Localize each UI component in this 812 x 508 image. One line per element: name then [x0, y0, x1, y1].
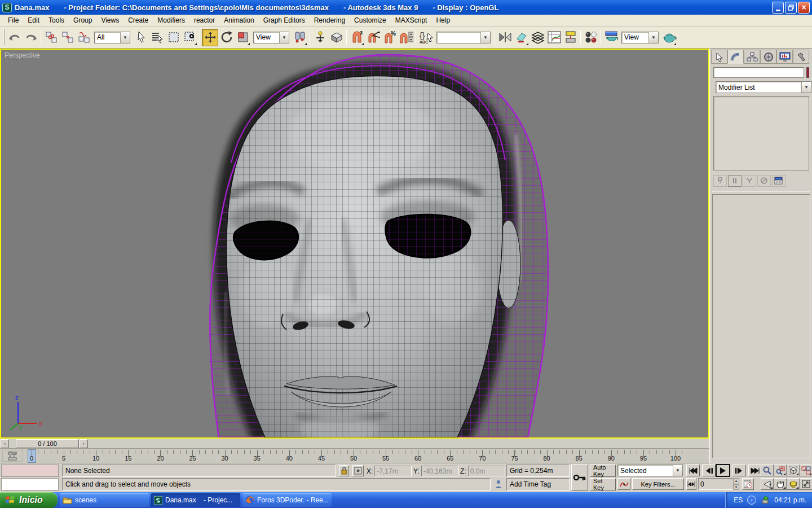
angle-snap-button[interactable]	[365, 29, 381, 46]
close-button[interactable]: ×	[798, 2, 810, 14]
spinner-snap-button[interactable]	[398, 29, 414, 46]
schematic-view-button[interactable]	[562, 29, 579, 46]
default-in-out-tangents-button[interactable]	[617, 478, 630, 490]
zoom-button[interactable]	[761, 465, 774, 476]
time-configuration-button[interactable]	[742, 478, 754, 490]
taskbar-item-scenes[interactable]: scenes	[60, 493, 149, 507]
configure-modifier-sets-button[interactable]	[772, 175, 785, 187]
menu-reactor[interactable]: reactor	[189, 15, 219, 25]
z-coordinate-field[interactable]	[468, 466, 505, 476]
key-selection-dropdown[interactable]: Selected▼	[617, 465, 683, 476]
selection-filter-dropdown[interactable]: All▼	[94, 32, 130, 43]
taskbar-item-3dsmax[interactable]: Dana.max - Projec...	[151, 493, 240, 507]
maxscript-mini-listener[interactable]	[1, 478, 59, 491]
key-filters-button[interactable]: Key Filters...	[632, 478, 684, 490]
tab-utilities[interactable]	[793, 50, 809, 64]
time-slider-handle[interactable]: 0 / 100	[16, 439, 79, 448]
render-scene-dialog-button[interactable]	[603, 29, 619, 46]
snap-toggle-3d-button[interactable]: 3	[348, 29, 365, 46]
frame-spinner[interactable]: ▲▼	[733, 478, 739, 490]
select-by-name-button[interactable]	[149, 29, 165, 46]
set-key-button[interactable]: Set Key	[590, 478, 616, 491]
time-slider-next-button[interactable]: ›	[80, 439, 88, 448]
maxscript-mini-listener-macro[interactable]	[1, 465, 59, 477]
menu-animation[interactable]: Animation	[219, 15, 258, 25]
add-time-tag-button[interactable]: Add Time Tag	[506, 478, 570, 491]
y-coordinate-field[interactable]	[421, 466, 458, 476]
render-preset-dropdown[interactable]: View▼	[621, 32, 659, 43]
clock[interactable]: 04:21 p.m.	[774, 496, 806, 504]
select-object-button[interactable]	[133, 29, 149, 46]
mirror-button[interactable]	[497, 29, 513, 46]
command-panel-rollout-area[interactable]	[712, 194, 810, 458]
menu-rendering[interactable]: Rendering	[310, 15, 350, 25]
field-of-view-button[interactable]	[761, 478, 774, 490]
zoom-all-button[interactable]	[774, 465, 787, 476]
perspective-viewport[interactable]: z x y Perspective	[0, 49, 709, 439]
toolbar-grip[interactable]	[3, 29, 5, 45]
spinner-up-icon[interactable]: ▲	[733, 478, 739, 484]
unlink-selection-button[interactable]	[59, 29, 76, 46]
show-end-result-button[interactable]	[728, 175, 742, 187]
select-and-rotate-button[interactable]	[218, 29, 235, 46]
rectangular-selection-region-button[interactable]	[165, 29, 182, 46]
go-to-start-button[interactable]	[686, 465, 700, 476]
menu-help[interactable]: Help	[431, 15, 454, 25]
spinner-down-icon[interactable]: ▼	[733, 484, 739, 491]
redo-button[interactable]	[23, 29, 39, 46]
menu-views[interactable]: Views	[96, 15, 123, 25]
select-and-move-button[interactable]	[202, 29, 218, 46]
undo-button[interactable]	[6, 29, 23, 46]
chevron-down-icon[interactable]: ▼	[120, 32, 130, 43]
menu-file[interactable]: File	[3, 15, 23, 25]
object-color-swatch[interactable]	[806, 67, 809, 78]
use-pivot-point-center-button[interactable]	[292, 29, 308, 46]
select-and-scale-button[interactable]	[235, 29, 251, 46]
absolute-offset-mode-toggle[interactable]	[352, 465, 364, 476]
play-animation-button[interactable]	[716, 464, 730, 477]
modifier-list-dropdown[interactable]: Modifier List▼	[716, 81, 811, 93]
open-mini-curve-editor-button[interactable]	[2, 450, 23, 462]
arc-rotate-button[interactable]	[787, 478, 800, 490]
menu-create[interactable]: Create	[123, 15, 153, 25]
edit-named-selection-sets-button[interactable]: {}ABC	[418, 29, 434, 46]
menu-modifiers[interactable]: Modifiers	[153, 15, 189, 25]
modifier-stack-list[interactable]	[713, 96, 809, 170]
align-button[interactable]	[513, 29, 529, 46]
minimize-button[interactable]	[772, 2, 784, 14]
menu-maxscript[interactable]: MAXScript	[391, 15, 432, 25]
previous-frame-button[interactable]	[702, 465, 716, 476]
trackbar-ruler[interactable]: 0510152025303540455055606570758085909510…	[25, 449, 685, 463]
bind-to-space-warp-button[interactable]	[76, 29, 92, 46]
tab-modify[interactable]	[727, 50, 744, 64]
chevron-down-icon[interactable]: ▼	[673, 465, 682, 476]
pin-stack-button[interactable]	[713, 175, 727, 187]
keyboard-shortcut-override-button[interactable]	[328, 29, 345, 46]
pan-view-button[interactable]	[774, 478, 787, 490]
material-editor-button[interactable]	[582, 29, 599, 46]
key-mode-toggle-button[interactable]	[686, 478, 696, 490]
go-to-end-button[interactable]	[748, 465, 762, 476]
make-unique-button[interactable]	[743, 175, 756, 187]
auto-key-button[interactable]: Auto Key	[590, 465, 616, 477]
quick-render-button[interactable]	[661, 29, 677, 46]
restore-button[interactable]	[785, 2, 797, 14]
chevron-down-icon[interactable]: ▼	[648, 32, 658, 43]
menu-group[interactable]: Group	[69, 15, 96, 25]
menu-tools[interactable]: Tools	[44, 15, 69, 25]
communicator-button[interactable]	[493, 479, 504, 490]
next-frame-button[interactable]	[732, 465, 746, 476]
layer-manager-button[interactable]	[529, 29, 546, 46]
window-crossing-button[interactable]	[182, 29, 198, 46]
tab-display[interactable]	[776, 50, 793, 64]
object-name-field[interactable]	[713, 67, 804, 78]
tab-create[interactable]	[711, 50, 727, 64]
reference-coordinate-dropdown[interactable]: View▼	[253, 32, 289, 43]
zoom-extents-all-button[interactable]	[800, 465, 812, 476]
menu-customize[interactable]: Customize	[350, 15, 391, 25]
viewport-label[interactable]: Perspective	[5, 51, 40, 59]
remove-modifier-button[interactable]	[757, 175, 771, 187]
tab-motion[interactable]	[760, 50, 776, 64]
chevron-down-icon[interactable]: ▼	[480, 32, 490, 43]
maximize-viewport-toggle-button[interactable]	[800, 478, 812, 490]
